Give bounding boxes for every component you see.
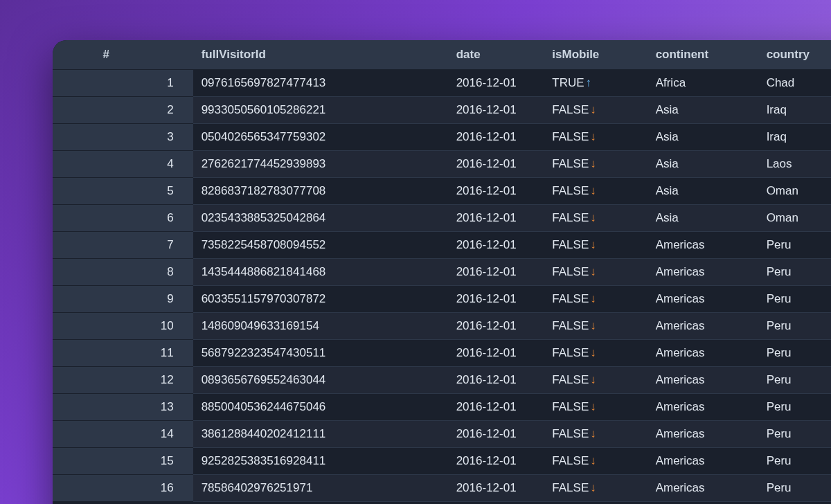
cell-ismobile: FALSE↓: [544, 259, 647, 286]
cell-date: 2016-12-01: [448, 394, 544, 421]
cell-ismobile: FALSE↓: [544, 421, 647, 448]
cell-fullvisitorid: 6033551157970307872: [193, 286, 448, 313]
cell-date: 2016-12-01: [448, 124, 544, 151]
cell-ismobile: FALSE↓: [544, 286, 647, 313]
arrow-down-icon: ↓: [590, 481, 596, 494]
arrow-down-icon: ↓: [590, 103, 596, 116]
col-header-index[interactable]: #: [53, 40, 193, 70]
table-row[interactable]: 427626217744529398932016-12-01FALSE↓Asia…: [53, 151, 831, 178]
cell-fullvisitorid: 8850040536244675046: [193, 394, 448, 421]
arrow-down-icon: ↓: [590, 400, 596, 413]
table-row[interactable]: 109761656978274774132016-12-01TRUE↑Afric…: [53, 70, 831, 97]
ismobile-value: FALSE: [552, 103, 589, 116]
cell-continent: Americas: [647, 286, 758, 313]
cell-date: 2016-12-01: [448, 340, 544, 367]
ismobile-value: FALSE: [552, 373, 589, 386]
row-index: 16: [53, 475, 193, 502]
table-row[interactable]: 773582254587080945522016-12-01FALSE↓Amer…: [53, 232, 831, 259]
cell-ismobile: FALSE↓: [544, 178, 647, 205]
ismobile-value: FALSE: [552, 346, 589, 359]
table-row[interactable]: 1592528253835169284112016-12-01FALSE↓Ame…: [53, 448, 831, 475]
table-row[interactable]: 814354448868218414682016-12-01FALSE↓Amer…: [53, 259, 831, 286]
ismobile-value: FALSE: [552, 238, 589, 251]
arrow-down-icon: ↓: [590, 130, 596, 143]
cell-ismobile: FALSE↓: [544, 448, 647, 475]
row-index: 1: [53, 70, 193, 97]
ismobile-value: FALSE: [552, 481, 589, 494]
cell-country: Peru: [758, 259, 831, 286]
ismobile-value: TRUE: [552, 76, 584, 89]
arrow-down-icon: ↓: [590, 373, 596, 386]
table-row[interactable]: 1208936567695524630442016-12-01FALSE↓Ame…: [53, 367, 831, 394]
arrow-down-icon: ↓: [590, 238, 596, 251]
col-header-fullvisitorid[interactable]: fullVisitorId: [193, 40, 448, 70]
row-index: 8: [53, 259, 193, 286]
cell-fullvisitorid: 3861288440202412111: [193, 421, 448, 448]
cell-date: 2016-12-01: [448, 259, 544, 286]
ismobile-value: FALSE: [552, 427, 589, 440]
row-index: 4: [53, 151, 193, 178]
cell-continent: Americas: [647, 394, 758, 421]
table-row[interactable]: 299330505601052862212016-12-01FALSE↓Asia…: [53, 97, 831, 124]
ismobile-value: FALSE: [552, 400, 589, 413]
row-index: 11: [53, 340, 193, 367]
row-index: 14: [53, 421, 193, 448]
ismobile-value: FALSE: [552, 184, 589, 197]
cell-date: 2016-12-01: [448, 97, 544, 124]
cell-continent: Americas: [647, 259, 758, 286]
cell-country: Oman: [758, 178, 831, 205]
table-row[interactable]: 582868371827830777082016-12-01FALSE↓Asia…: [53, 178, 831, 205]
cell-date: 2016-12-01: [448, 313, 544, 340]
arrow-down-icon: ↓: [590, 265, 596, 278]
table-row[interactable]: 1438612884402024121112016-12-01FALSE↓Ame…: [53, 421, 831, 448]
col-header-continent[interactable]: continent: [647, 40, 758, 70]
table-row[interactable]: 960335511579703078722016-12-01FALSE↓Amer…: [53, 286, 831, 313]
row-index: 12: [53, 367, 193, 394]
ismobile-value: FALSE: [552, 157, 589, 170]
row-index: 5: [53, 178, 193, 205]
row-index: 2: [53, 97, 193, 124]
cell-ismobile: FALSE↓: [544, 367, 647, 394]
table-row[interactable]: 1156879223235474305112016-12-01FALSE↓Ame…: [53, 340, 831, 367]
cell-date: 2016-12-01: [448, 70, 544, 97]
cell-country: Peru: [758, 232, 831, 259]
cell-country: Peru: [758, 394, 831, 421]
cell-ismobile: FALSE↓: [544, 313, 647, 340]
ismobile-value: FALSE: [552, 211, 589, 224]
ismobile-value: FALSE: [552, 130, 589, 143]
cell-ismobile: FALSE↓: [544, 394, 647, 421]
cell-continent: Americas: [647, 232, 758, 259]
data-table: # fullVisitorId date isMobile continent …: [53, 40, 831, 502]
cell-date: 2016-12-01: [448, 367, 544, 394]
col-header-date[interactable]: date: [448, 40, 544, 70]
col-header-country[interactable]: country: [758, 40, 831, 70]
cell-fullvisitorid: 7358225458708094552: [193, 232, 448, 259]
cell-ismobile: FALSE↓: [544, 124, 647, 151]
cell-continent: Americas: [647, 340, 758, 367]
cell-fullvisitorid: 0235433885325042864: [193, 205, 448, 232]
col-header-ismobile[interactable]: isMobile: [544, 40, 647, 70]
table-row[interactable]: 1388500405362446750462016-12-01FALSE↓Ame…: [53, 394, 831, 421]
cell-continent: Asia: [647, 178, 758, 205]
cell-country: Iraq: [758, 124, 831, 151]
ismobile-value: FALSE: [552, 265, 589, 278]
cell-country: Peru: [758, 313, 831, 340]
table-row[interactable]: 16785864029762519712016-12-01FALSE↓Ameri…: [53, 475, 831, 502]
table-row[interactable]: 305040265653477593022016-12-01FALSE↓Asia…: [53, 124, 831, 151]
cell-ismobile: FALSE↓: [544, 232, 647, 259]
cell-continent: Americas: [647, 313, 758, 340]
cell-country: Peru: [758, 286, 831, 313]
cell-country: Peru: [758, 421, 831, 448]
row-index: 10: [53, 313, 193, 340]
cell-date: 2016-12-01: [448, 205, 544, 232]
table-row[interactable]: 101486090496331691542016-12-01FALSE↓Amer…: [53, 313, 831, 340]
arrow-down-icon: ↓: [590, 427, 596, 440]
arrow-down-icon: ↓: [590, 454, 596, 467]
cell-country: Peru: [758, 448, 831, 475]
cell-continent: Africa: [647, 70, 758, 97]
table-row[interactable]: 602354338853250428642016-12-01FALSE↓Asia…: [53, 205, 831, 232]
ismobile-value: FALSE: [552, 319, 589, 332]
cell-date: 2016-12-01: [448, 286, 544, 313]
cell-continent: Asia: [647, 124, 758, 151]
cell-country: Peru: [758, 367, 831, 394]
